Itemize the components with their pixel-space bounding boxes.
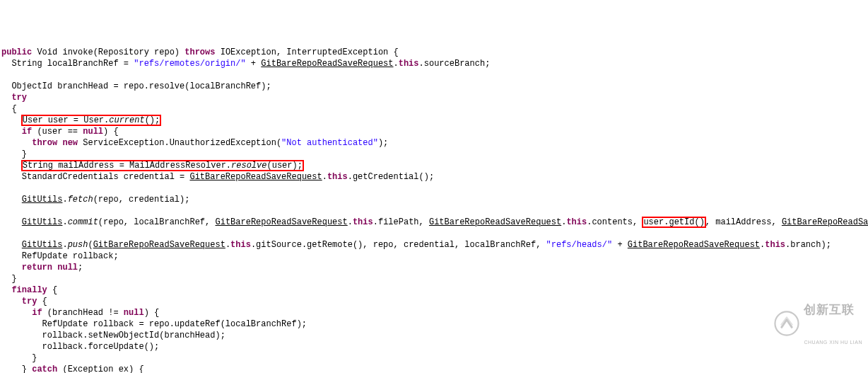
keyword-this: this — [765, 240, 785, 250]
text: (repo, localBranchRef, — [98, 217, 216, 227]
text: ) { — [103, 127, 119, 137]
text: String localBranchRef = — [1, 59, 134, 69]
text: ); — [378, 138, 388, 148]
static-call: push — [68, 240, 88, 250]
text: (); — [145, 115, 160, 125]
text: .getCredential(); — [348, 172, 434, 182]
watermark-logo: 创新互联 CHUANG XIN HU LIAN — [762, 281, 862, 367]
class-ref: GitBareRepoReadSaveRequest — [215, 217, 347, 227]
text: RefUpdate rollback; — [1, 251, 119, 261]
indent — [1, 263, 22, 272]
string-literal: "refs/heads/" — [546, 240, 613, 250]
text: , mailAddress, — [705, 217, 782, 227]
indent — [1, 217, 22, 227]
indent — [1, 297, 22, 306]
static-call: fetch — [68, 195, 93, 205]
text: IOException, InterruptedException { — [215, 47, 398, 57]
keyword-this: this — [230, 240, 251, 250]
text: ) { — [144, 308, 160, 318]
text: + — [612, 240, 628, 250]
text: Void invoke(Repository repo) — [32, 47, 184, 57]
indent — [1, 161, 22, 171]
text: .sourceBranch; — [419, 59, 491, 69]
indent — [1, 195, 22, 205]
indent — [1, 138, 32, 148]
keyword-this: this — [327, 172, 348, 182]
text: String mailAddress = MailAddressResolver… — [23, 161, 231, 171]
text: } — [1, 274, 17, 284]
text: RefUpdate rollback = repo.updateRef(loca… — [1, 319, 307, 329]
text: (repo, credential); — [93, 195, 190, 205]
text: + — [246, 59, 262, 69]
text: .branch); — [785, 240, 831, 250]
text: ( — [88, 240, 93, 250]
text: { — [37, 297, 47, 306]
logo-text-pinyin: CHUANG XIN HU LIAN — [804, 340, 862, 345]
code-block: public Void invoke(Repository repo) thro… — [1, 47, 867, 373]
keyword-throw: throw — [32, 138, 57, 148]
class-ref: GitBareRepoReadSaveRequest — [261, 59, 393, 69]
static-call: resolve — [231, 161, 266, 171]
class-ref: GitUtils — [22, 217, 63, 227]
logo-icon — [762, 299, 800, 350]
text: .filePath, — [373, 217, 429, 227]
text: { — [1, 104, 17, 114]
text: (Exception ex) { — [57, 365, 143, 373]
text: . — [62, 217, 67, 227]
text: user.getId() — [643, 217, 704, 227]
text: User user = User. — [23, 115, 109, 125]
keyword-if: if — [22, 127, 32, 137]
keyword-finally: finally — [11, 285, 47, 295]
text: (user == — [32, 127, 83, 137]
text: . — [348, 217, 353, 227]
keyword-this: this — [566, 217, 587, 227]
keyword-null: null — [57, 263, 78, 272]
keyword-new: new — [62, 138, 78, 148]
text: ObjectId branchHead = repo.resolve(local… — [1, 81, 271, 91]
text: } — [1, 353, 37, 363]
text: rollback.setNewObjectId(branchHead); — [1, 331, 225, 340]
text: } — [1, 149, 27, 159]
class-ref: GitBareRepoReadSaveRequest — [93, 240, 225, 250]
indent — [1, 285, 11, 295]
keyword-throws: throws — [184, 47, 215, 57]
indent — [1, 127, 22, 137]
indent — [1, 93, 11, 103]
indent — [1, 115, 22, 125]
highlighted-user-current: User user = User.current(); — [22, 115, 160, 125]
keyword-null: null — [124, 308, 144, 318]
string-literal: "refs/remotes/origin/" — [134, 59, 245, 69]
text: rollback.forceUpdate(); — [1, 342, 159, 352]
indent — [1, 240, 22, 250]
class-ref: GitUtils — [22, 240, 63, 250]
text: { — [47, 285, 57, 295]
text: ServiceException.UnauthorizedException( — [78, 138, 281, 148]
svg-point-0 — [775, 311, 799, 335]
text: .contents, — [587, 217, 643, 227]
keyword-try: try — [11, 93, 27, 103]
logo-text-cn: 创新互联 — [804, 304, 862, 316]
text: (branchHead != — [42, 308, 124, 318]
indent — [1, 308, 32, 318]
text: (user); — [266, 161, 302, 171]
text: . — [62, 195, 67, 205]
text: } — [1, 365, 32, 373]
class-ref: GitBareRepoReadSaveRequest — [628, 240, 760, 250]
class-ref: GitBareRepoReadSaveRec — [782, 217, 868, 227]
text: . — [322, 172, 327, 182]
keyword-this: this — [353, 217, 373, 227]
keyword-if: if — [32, 308, 42, 318]
highlighted-user-getid: user.getId() — [643, 217, 705, 227]
keyword-public: public — [1, 47, 32, 57]
class-ref: GitUtils — [22, 195, 63, 205]
text: StandardCredentials credential = — [1, 172, 189, 182]
keyword-catch: catch — [32, 365, 57, 373]
keyword-null: null — [83, 127, 103, 137]
text: . — [225, 240, 230, 250]
text: . — [62, 240, 67, 250]
static-call: current — [109, 115, 144, 125]
keyword-return: return — [22, 263, 52, 272]
text: .gitSource.getRemote(), repo, credential… — [251, 240, 546, 250]
static-call: commit — [68, 217, 98, 227]
class-ref: GitBareRepoReadSaveRequest — [429, 217, 561, 227]
